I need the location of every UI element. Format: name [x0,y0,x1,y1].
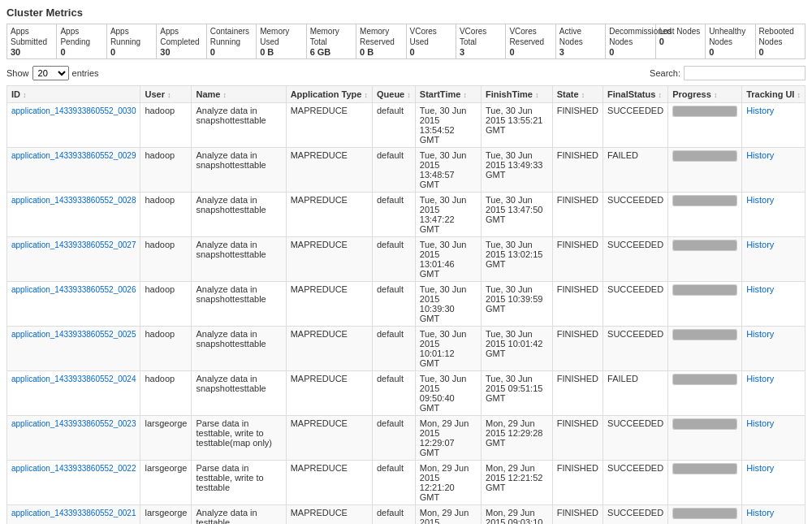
cell-name: Analyze data in snapshottesttable [192,371,286,416]
cell-app-type: MAPREDUCE [286,282,372,327]
cell-start-time: Tue, 30 Jun 2015 13:54:52 GMT [415,103,481,148]
cell-finish-time: Tue, 30 Jun 2015 10:39:59 GMT [482,282,553,327]
table-row: application_1433933860552_0022larsgeorge… [7,461,806,505]
col-finish-time[interactable]: FinishTime ↕ [482,86,553,103]
cell-start-time: Tue, 30 Jun 2015 10:39:30 GMT [415,282,481,327]
history-link[interactable]: History [746,374,774,383]
progress-bar-container [672,329,737,340]
cell-tracking-ui: History [742,371,806,416]
col-queue[interactable]: Queue ↕ [373,86,416,103]
progress-bar-fill [673,196,736,206]
app-id-link[interactable]: application_1433933860552_0030 [11,106,136,115]
progress-bar-fill [673,240,736,250]
history-link[interactable]: History [746,150,774,160]
cell-tracking-ui: History [742,237,806,282]
cell-queue: default [373,193,416,237]
cell-finish-time: Tue, 30 Jun 2015 13:47:50 GMT [482,193,553,237]
search-label: Search: [650,68,680,78]
show-entries-control: Show 20 50 100 entries [6,66,99,80]
app-id-link[interactable]: application_1433933860552_0028 [11,196,136,205]
metric-containers-running: Containers Running 0 [207,24,257,58]
entries-select[interactable]: 20 50 100 [32,66,69,80]
app-id-link[interactable]: application_1433933860552_0022 [11,464,136,473]
cell-state: FINISHED [552,505,603,525]
app-id-link[interactable]: application_1433933860552_0023 [11,419,136,428]
metric-apps-submitted: Apps Submitted 30 [7,24,57,58]
progress-bar-fill [673,106,736,116]
table-row: application_1433933860552_0030hadoopAnal… [7,103,806,148]
cell-user: hadoop [140,327,192,371]
cell-app-type: MAPREDUCE [286,103,372,148]
history-link[interactable]: History [746,508,774,518]
cell-finish-time: Mon, 29 Jun 2015 09:03:10 GMT [482,505,553,525]
cell-finish-time: Mon, 29 Jun 2015 12:21:52 GMT [482,461,553,505]
cell-name: Analyze data in snapshottesttable [192,237,286,282]
app-id-link[interactable]: application_1433933860552_0026 [11,285,136,294]
cell-progress [668,193,742,237]
history-link[interactable]: History [746,329,774,339]
cell-app-type: MAPREDUCE [286,461,372,505]
table-header-row: ID ↕ User ↕ Name ↕ Application Type ↕ Qu… [7,86,806,103]
cell-user: hadoop [140,103,192,148]
table-row: application_1433933860552_0023larsgeorge… [7,416,806,461]
cell-queue: default [373,505,416,525]
metric-apps-completed: Apps Completed 30 [157,24,206,58]
metric-memory-total: Memory Total 6 GB [307,24,356,58]
cell-queue: default [373,103,416,148]
app-id-link[interactable]: application_1433933860552_0025 [11,330,136,339]
col-tracking-ui[interactable]: Tracking UI ↕ [742,86,806,103]
search-box: Search: [650,66,806,80]
col-start-time[interactable]: StartTime ↕ [415,86,481,103]
app-id-link[interactable]: application_1433933860552_0024 [11,375,136,383]
metric-lost-nodes: Lost Nodes 0 [656,24,706,58]
progress-bar-container [672,508,737,519]
history-link[interactable]: History [746,240,774,249]
cell-user: hadoop [140,371,192,416]
history-link[interactable]: History [746,284,774,294]
col-user[interactable]: User ↕ [140,86,192,103]
cell-progress [668,327,742,371]
cell-user: larsgeorge [140,416,192,461]
col-name[interactable]: Name ↕ [192,86,286,103]
table-row: application_1433933860552_0028hadoopAnal… [7,193,806,237]
cell-name: Parse data in testtable, write to testta… [192,461,286,505]
col-final-status[interactable]: FinalStatus ↕ [603,86,668,103]
cell-tracking-ui: History [742,505,806,525]
cell-tracking-ui: History [742,103,806,148]
col-state[interactable]: State ↕ [552,86,603,103]
cell-start-time: Tue, 30 Jun 2015 13:01:46 GMT [415,237,481,282]
app-id-link[interactable]: application_1433933860552_0021 [11,509,136,518]
metric-vcores-total: VCores Total 3 [456,24,506,58]
metric-apps-running: Apps Running 0 [107,24,157,58]
table-row: application_1433933860552_0021larsgeorge… [7,505,806,525]
cell-final-status: SUCCEEDED [603,461,668,505]
cell-progress [668,148,742,193]
cell-user: larsgeorge [140,461,192,505]
cell-start-time: Mon, 29 Jun 2015 09:02:40 GMT [415,505,481,525]
history-link[interactable]: History [746,195,774,205]
cell-app-type: MAPREDUCE [286,237,372,282]
cell-tracking-ui: History [742,282,806,327]
cell-state: FINISHED [552,461,603,505]
cell-id: application_1433933860552_0029 [7,148,140,193]
history-link[interactable]: History [746,106,774,115]
cell-name: Analyze data in testtable [192,505,286,525]
search-input[interactable] [684,66,806,80]
col-progress[interactable]: Progress ↕ [668,86,742,103]
cell-queue: default [373,237,416,282]
col-app-type[interactable]: Application Type ↕ [286,86,372,103]
metric-unhealthy-nodes: Unhealthy Nodes 0 [706,24,755,58]
app-id-link[interactable]: application_1433933860552_0027 [11,240,136,249]
cell-start-time: Mon, 29 Jun 2015 12:29:07 GMT [415,416,481,461]
col-id[interactable]: ID ↕ [7,86,140,103]
cell-app-type: MAPREDUCE [286,148,372,193]
history-link[interactable]: History [746,418,774,428]
cell-state: FINISHED [552,371,603,416]
cell-tracking-ui: History [742,327,806,371]
progress-bar-container [672,418,737,430]
app-id-link[interactable]: application_1433933860552_0029 [11,151,136,160]
table-controls: Show 20 50 100 entries Search: [6,66,806,80]
metric-decommissioned-nodes: Decommissioned Nodes 0 [606,24,655,58]
history-link[interactable]: History [746,463,774,473]
cell-final-status: SUCCEEDED [603,237,668,282]
